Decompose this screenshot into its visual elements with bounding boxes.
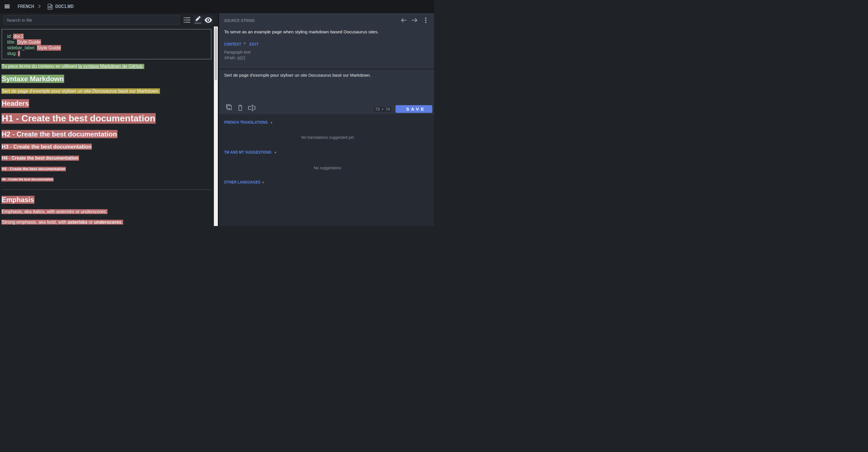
svg-text:M: M xyxy=(49,6,50,8)
